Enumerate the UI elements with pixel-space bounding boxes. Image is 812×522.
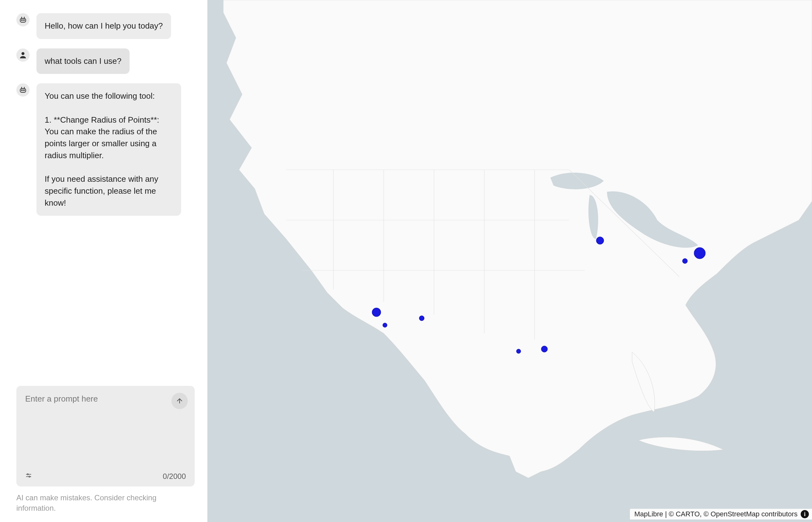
map-point-houston-area[interactable] bbox=[541, 346, 548, 352]
svg-point-5 bbox=[21, 52, 24, 55]
svg-point-15 bbox=[29, 476, 30, 477]
attribution-text: MapLibre | © CARTO, © OpenStreetMap cont… bbox=[634, 510, 797, 518]
char-counter: 0/2000 bbox=[163, 472, 186, 481]
chat-messages: Hello, how can I help you today? what to… bbox=[16, 13, 195, 376]
svg-point-8 bbox=[24, 90, 24, 91]
map-point-san-francisco-area[interactable] bbox=[372, 308, 381, 317]
ai-disclaimer: AI can make mistakes. Consider checking … bbox=[16, 493, 195, 513]
svg-rect-0 bbox=[20, 19, 25, 22]
prompt-box: 0/2000 bbox=[16, 386, 195, 486]
prompt-input[interactable] bbox=[25, 394, 186, 468]
map-point-chicago-area[interactable] bbox=[596, 237, 604, 244]
svg-point-7 bbox=[21, 90, 22, 91]
svg-rect-6 bbox=[20, 89, 25, 93]
robot-icon bbox=[19, 16, 27, 24]
map-canvas[interactable] bbox=[207, 0, 812, 522]
prompt-settings-button[interactable] bbox=[25, 472, 32, 481]
person-icon bbox=[19, 51, 27, 59]
assistant-message: You can use the following tool: 1. **Cha… bbox=[16, 83, 195, 216]
map-point-nyc-area[interactable] bbox=[694, 247, 705, 259]
chat-panel: Hello, how can I help you today? what to… bbox=[0, 0, 207, 522]
message-bubble: You can use the following tool: 1. **Cha… bbox=[37, 83, 181, 216]
svg-point-2 bbox=[24, 20, 24, 21]
message-bubble: what tools can I use? bbox=[37, 48, 129, 74]
assistant-avatar bbox=[16, 13, 29, 26]
sliders-icon bbox=[25, 472, 32, 479]
message-bubble: Hello, how can I help you today? bbox=[37, 13, 171, 39]
arrow-up-icon bbox=[176, 397, 183, 405]
map-panel[interactable]: MapLibre | © CARTO, © OpenStreetMap cont… bbox=[207, 0, 812, 522]
map-point-san-antonio-area[interactable] bbox=[516, 349, 521, 354]
map-point-los-angeles-area[interactable] bbox=[383, 323, 387, 327]
robot-icon bbox=[19, 86, 27, 94]
svg-point-1 bbox=[21, 20, 22, 21]
map-attribution: MapLibre | © CARTO, © OpenStreetMap cont… bbox=[630, 509, 812, 520]
assistant-message: Hello, how can I help you today? bbox=[16, 13, 195, 39]
info-icon[interactable]: i bbox=[801, 510, 809, 518]
prompt-footer: 0/2000 bbox=[25, 472, 186, 481]
map-point-dc-area[interactable] bbox=[683, 259, 688, 263]
send-button[interactable] bbox=[171, 393, 188, 409]
map-point-phoenix-area[interactable] bbox=[419, 316, 424, 321]
svg-point-14 bbox=[27, 474, 28, 475]
assistant-avatar bbox=[16, 83, 29, 97]
user-avatar bbox=[16, 48, 29, 62]
user-message: what tools can I use? bbox=[16, 48, 195, 74]
